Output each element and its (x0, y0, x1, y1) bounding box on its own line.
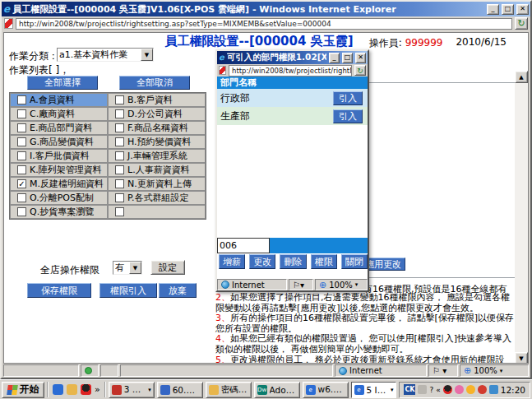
permission-cell[interactable]: I.客戶批價資料 (10, 149, 108, 163)
qq-tray-icon[interactable] (443, 385, 452, 394)
checkbox[interactable] (115, 165, 124, 174)
quick-launch-more-icon[interactable]: » (95, 384, 100, 395)
checkbox[interactable] (17, 207, 26, 216)
checkbox[interactable] (115, 207, 124, 216)
clear-all-button[interactable]: 全部取消 (119, 76, 190, 90)
checkbox[interactable] (17, 123, 26, 132)
taskbar-button[interactable]: ew6.系統... (303, 382, 349, 398)
taskbar-button[interactable]: 60.248.... (157, 382, 203, 398)
checkbox[interactable] (17, 137, 26, 146)
checkbox[interactable] (17, 95, 26, 104)
popup-action-button[interactable]: 關閉 (341, 254, 368, 269)
messenger-tray-icon[interactable] (455, 385, 464, 394)
minimize-button[interactable]: _ (487, 4, 499, 15)
import-button[interactable]: 引入 (333, 91, 363, 105)
permission-cell[interactable]: L.人事薪資資料 (108, 163, 206, 177)
import-button[interactable]: 引入 (333, 109, 363, 123)
chevron-down-icon[interactable]: ▼ (141, 49, 153, 61)
permission-cell[interactable]: K.陣列架管理資料 (10, 163, 108, 177)
scroll-down-icon[interactable]: ▼ (515, 352, 528, 364)
permission-cell[interactable]: J.車輛管理系統 (108, 149, 206, 163)
permission-cell[interactable]: O.分離POS配制 (10, 191, 108, 205)
protected-mode-cell[interactable]: ⚐ ▾ (428, 364, 458, 377)
ie-quicklaunch-icon[interactable] (53, 384, 63, 395)
set-button[interactable]: 設定 (150, 260, 185, 275)
store-permission-select[interactable]: 有 ▼ (113, 261, 142, 275)
permission-label: I.客戶批價資料 (30, 150, 90, 162)
checkbox[interactable] (115, 193, 124, 202)
popup-address-input[interactable]: http://win2008/tw/projectlist/rightMode (229, 65, 352, 77)
ie-logo-icon: e (219, 53, 224, 63)
refresh-go-icon[interactable]: ↻ (515, 17, 528, 30)
permission-label: A.會員資料 (30, 94, 75, 106)
department-code-input[interactable] (217, 238, 270, 253)
checkbox[interactable] (17, 165, 26, 174)
select-all-button[interactable]: 全部選擇 (27, 76, 98, 90)
permission-cell[interactable]: G.商品變價資料 (10, 135, 108, 149)
checkbox[interactable] (115, 151, 124, 160)
maximize-button[interactable]: □ (502, 4, 514, 15)
permission-cell[interactable]: C.廠商資料 (10, 107, 108, 121)
permission-import-button[interactable]: 權限引入 (99, 283, 157, 298)
minimize-button[interactable]: _ (329, 53, 340, 63)
zoom-control[interactable]: ⊕ 100% ▾ (315, 279, 368, 290)
scroll-up-icon[interactable]: ▲ (515, 71, 528, 83)
internet-zone-icon (221, 281, 229, 289)
permission-cell[interactable]: H.預約變價資料 (108, 135, 206, 149)
permission-cell[interactable]: Q.抄貨專案瀏覽 (10, 205, 108, 219)
checkbox[interactable]: ✓ (17, 179, 26, 188)
permission-cell[interactable]: A.會員資料 (10, 93, 108, 107)
close-button[interactable]: ✕ (355, 53, 366, 63)
start-button[interactable]: 开始 (2, 382, 44, 398)
chevron-down-icon[interactable]: ▼ (129, 262, 141, 274)
task-label: 3 新浪UC (124, 384, 146, 396)
mail-quicklaunch-icon[interactable] (67, 384, 77, 395)
checkbox[interactable] (115, 137, 124, 146)
protected-mode-cell[interactable]: ⚐▾ (289, 279, 313, 290)
taskbar-button[interactable]: DwAdobe D... (254, 382, 300, 398)
permission-cell[interactable]: P.各式群組設定 (108, 191, 206, 205)
address-input[interactable]: http://win2008/tw/projectlist/rightsetti… (16, 18, 512, 30)
collapse-tray-icon[interactable]: « (436, 386, 441, 394)
checkbox[interactable] (115, 179, 124, 188)
popup-action-button[interactable]: 增薪 (219, 254, 245, 269)
permission-cell[interactable]: ✓M.反建檔明細資料 (10, 177, 108, 191)
network-tray-icon[interactable] (489, 385, 498, 394)
permission-cell[interactable] (108, 205, 206, 219)
popup-action-button[interactable]: 刪除 (280, 254, 306, 269)
taskbar-button[interactable]: e5 Inte...▾ (351, 382, 397, 398)
printer-icon[interactable] (418, 385, 427, 394)
close-button[interactable]: ✕ (516, 4, 529, 15)
permission-cell[interactable]: B.客戶資料 (108, 93, 206, 107)
department-column-header: 部門名稱 (217, 77, 368, 89)
popup-action-button[interactable]: 權限 (311, 254, 337, 269)
chevron-down-icon: ▾ (500, 368, 503, 374)
checkbox[interactable] (17, 193, 26, 202)
popup-action-button[interactable]: 更改 (249, 254, 275, 269)
checkbox[interactable] (115, 109, 124, 118)
start-label: 开始 (20, 383, 39, 397)
taskbar-button[interactable]: 3 新浪UC▾ (109, 382, 155, 398)
permission-cell[interactable]: E.商品部門資料 (10, 121, 108, 135)
checkbox[interactable] (115, 95, 124, 104)
maximize-button[interactable]: □ (342, 53, 353, 63)
permission-cell[interactable]: D.分公司資料 (108, 107, 206, 121)
permission-cell[interactable]: F.商品名稱資料 (108, 121, 206, 135)
department-code-row (217, 238, 368, 253)
tray-icon[interactable] (466, 385, 475, 394)
tray-icon[interactable] (478, 385, 487, 394)
refresh-go-icon[interactable]: ↻ (354, 65, 366, 76)
taskbar-button[interactable]: 密碼等... (206, 382, 252, 398)
help-icon[interactable]: ? (429, 386, 433, 394)
discard-button[interactable]: 放棄 (159, 283, 197, 298)
category-select[interactable]: a1.基本資料作業 ▼ (57, 48, 154, 62)
checkbox[interactable] (17, 151, 26, 160)
zoom-control[interactable]: ⊕ 100% ▾ (460, 364, 529, 377)
permission-cell[interactable]: N.更新資料上傳 (108, 177, 206, 191)
vertical-scrollbar[interactable]: ▲ ▼ (515, 71, 528, 364)
input-method-icon[interactable]: CK (404, 384, 415, 395)
save-permission-button[interactable]: 保存權限 (27, 283, 91, 298)
qq-quicklaunch-icon[interactable] (81, 384, 91, 395)
checkbox[interactable] (115, 123, 124, 132)
checkbox[interactable] (17, 109, 26, 118)
